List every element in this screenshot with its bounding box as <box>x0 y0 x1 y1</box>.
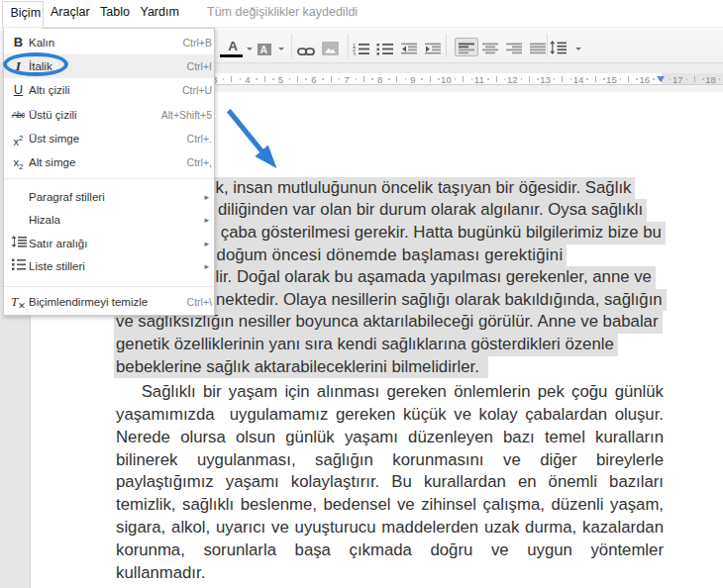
svg-text:3: 3 <box>353 51 356 56</box>
svg-text:A: A <box>260 44 268 55</box>
